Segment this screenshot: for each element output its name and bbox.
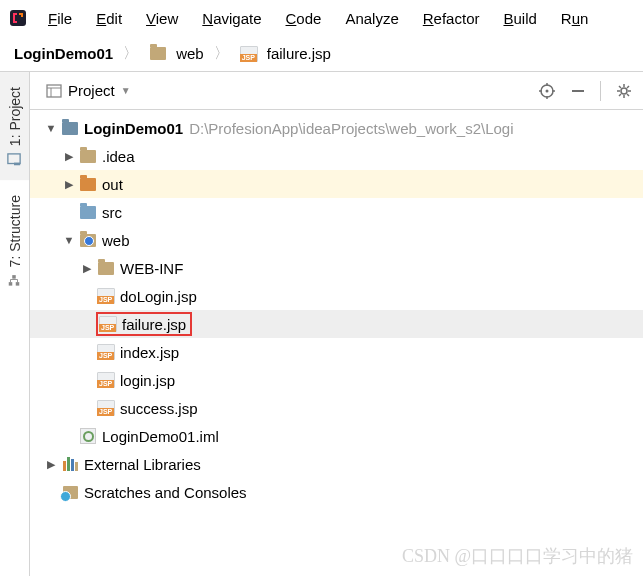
structure-tab-icon: [8, 274, 22, 288]
highlight-box: failure.jsp: [96, 312, 192, 336]
module-icon: [60, 119, 80, 137]
breadcrumb-file[interactable]: failure.jsp: [235, 43, 335, 65]
web-folder-icon: [78, 231, 98, 249]
svg-rect-6: [47, 85, 61, 97]
tree-node-dologin[interactable]: ▶ doLogin.jsp: [30, 282, 643, 310]
menu-run[interactable]: Run: [551, 6, 599, 31]
tree-node-scratches[interactable]: ▶ Scratches and Consoles: [30, 478, 643, 506]
menu-edit[interactable]: Edit: [86, 6, 132, 31]
scratches-icon: [60, 483, 80, 501]
gear-icon[interactable]: [615, 82, 633, 100]
panel-header: Project ▼: [30, 72, 643, 110]
svg-rect-2: [15, 163, 21, 166]
chevron-right-icon: 〉: [214, 44, 229, 63]
menu-file[interactable]: File: [38, 6, 82, 31]
tree-node-login[interactable]: ▶ login.jsp: [30, 366, 643, 394]
tree-node-root[interactable]: ▼ LoginDemo01 D:\ProfesionApp\ideaProjec…: [30, 114, 643, 142]
jsp-file-icon: [96, 343, 116, 361]
jsp-file-icon: [96, 287, 116, 305]
iml-file-icon: [78, 427, 98, 445]
svg-line-24: [627, 86, 629, 88]
project-tool-window: Project ▼ ▼ LoginDe: [30, 72, 643, 576]
menu-navigate[interactable]: Navigate: [192, 6, 271, 31]
tree-node-webinf[interactable]: ▶ WEB-INF: [30, 254, 643, 282]
collapse-all-icon[interactable]: [570, 83, 586, 99]
svg-rect-4: [9, 282, 13, 286]
breadcrumb-folder[interactable]: web: [144, 43, 208, 65]
menu-code[interactable]: Code: [276, 6, 332, 31]
svg-rect-1: [8, 154, 20, 164]
menu-refactor[interactable]: Refactor: [413, 6, 490, 31]
menu-build[interactable]: Build: [493, 6, 546, 31]
svg-line-21: [619, 86, 621, 88]
divider: [600, 81, 601, 101]
jsp-file-icon: [96, 371, 116, 389]
expand-toggle-icon[interactable]: ▶: [78, 262, 96, 275]
expand-toggle-icon[interactable]: ▶: [60, 178, 78, 191]
tree-node-external-libraries[interactable]: ▶ External Libraries: [30, 450, 643, 478]
project-view-selector[interactable]: Project ▼: [40, 78, 137, 103]
library-icon: [60, 455, 80, 473]
jsp-file-icon: [239, 45, 259, 63]
jsp-file-icon: [96, 399, 116, 417]
svg-point-10: [546, 89, 549, 92]
folder-excluded-icon: [78, 175, 98, 193]
menu-view[interactable]: View: [136, 6, 188, 31]
svg-line-22: [627, 94, 629, 96]
expand-toggle-icon[interactable]: ▼: [60, 234, 78, 246]
source-folder-icon: [78, 203, 98, 221]
jsp-file-icon: [98, 315, 118, 333]
tree-node-src[interactable]: ▶ src: [30, 198, 643, 226]
expand-toggle-icon[interactable]: ▶: [60, 150, 78, 163]
locate-icon[interactable]: [538, 82, 556, 100]
expand-toggle-icon[interactable]: ▼: [42, 122, 60, 134]
side-tab-project[interactable]: 1: Project: [0, 72, 29, 180]
project-tab-icon: [8, 152, 22, 166]
tree-node-idea[interactable]: ▶ .idea: [30, 142, 643, 170]
tree-node-index[interactable]: ▶ index.jsp: [30, 338, 643, 366]
app-icon: [8, 8, 28, 28]
breadcrumb-root[interactable]: LoginDemo01: [10, 43, 117, 64]
chevron-right-icon: 〉: [123, 44, 138, 63]
project-tree[interactable]: ▼ LoginDemo01 D:\ProfesionApp\ideaProjec…: [30, 110, 643, 576]
svg-point-16: [621, 88, 627, 94]
breadcrumb: LoginDemo01 〉 web 〉 failure.jsp: [0, 36, 643, 72]
project-pane-icon: [46, 83, 62, 99]
expand-toggle-icon[interactable]: ▶: [42, 458, 60, 471]
folder-icon: [148, 45, 168, 63]
folder-icon: [78, 147, 98, 165]
tree-node-iml[interactable]: ▶ LoginDemo01.iml: [30, 422, 643, 450]
svg-rect-5: [13, 275, 17, 279]
chevron-down-icon: ▼: [121, 85, 131, 96]
tree-node-success[interactable]: ▶ success.jsp: [30, 394, 643, 422]
tree-node-failure[interactable]: ▶ failure.jsp: [30, 310, 643, 338]
folder-icon: [96, 259, 116, 277]
menu-analyze[interactable]: Analyze: [335, 6, 408, 31]
menu-bar: File Edit View Navigate Code Analyze Ref…: [0, 0, 643, 36]
svg-line-23: [619, 94, 621, 96]
svg-rect-3: [16, 282, 20, 286]
svg-rect-0: [10, 10, 26, 26]
side-tab-structure[interactable]: 7: Structure: [0, 180, 29, 301]
left-gutter-tabs: 1: Project 7: Structure: [0, 72, 30, 576]
tree-node-out[interactable]: ▶ out: [30, 170, 643, 198]
tree-node-web[interactable]: ▼ web: [30, 226, 643, 254]
